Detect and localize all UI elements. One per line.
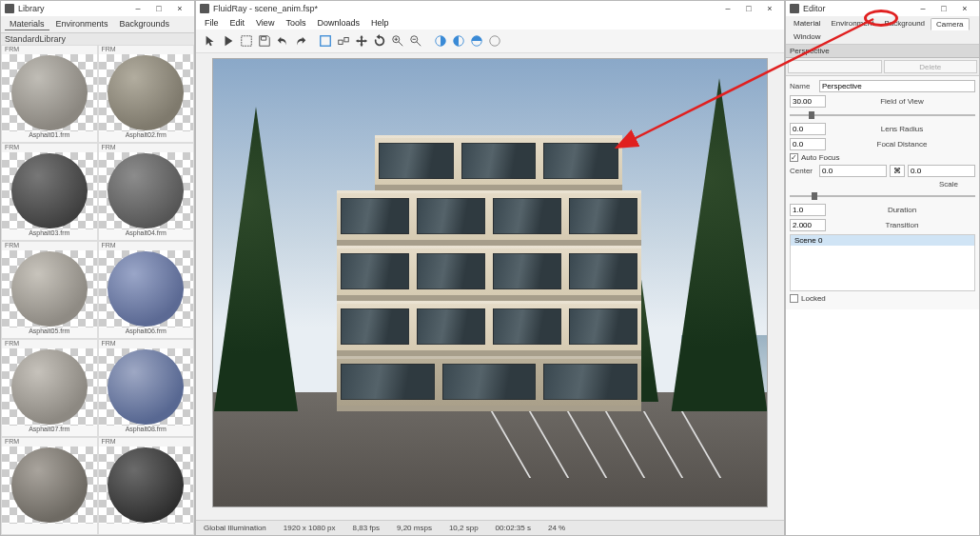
duration-value[interactable]: 1.0 bbox=[790, 204, 826, 216]
format-tag: FRM bbox=[2, 340, 97, 348]
minimize-button[interactable]: – bbox=[127, 2, 148, 15]
material-thumb[interactable]: FRMAsphalt05.frm bbox=[1, 241, 98, 339]
maximize-button[interactable]: □ bbox=[933, 2, 954, 15]
transition-value[interactable]: 2.000 bbox=[790, 219, 826, 231]
undo-icon[interactable] bbox=[274, 32, 291, 50]
snap-tool-icon[interactable] bbox=[335, 32, 352, 50]
app-logo-icon bbox=[200, 4, 209, 13]
exposure-a-icon[interactable] bbox=[432, 32, 449, 50]
editor-titlebar: Editor – □ × bbox=[786, 1, 979, 16]
material-thumb[interactable]: FRMAsphalt01.frm bbox=[1, 45, 98, 143]
material-name: Asphalt01.frm bbox=[2, 131, 97, 142]
save-icon[interactable] bbox=[256, 32, 273, 50]
frame-tool-icon[interactable] bbox=[317, 32, 334, 50]
scene-list[interactable]: Scene 0 bbox=[790, 234, 975, 291]
fov-label: Field of View bbox=[829, 97, 975, 106]
fov-slider[interactable] bbox=[790, 110, 975, 120]
zoom-in-icon[interactable] bbox=[389, 32, 406, 50]
material-thumb[interactable]: FRMAsphalt03.frm bbox=[1, 143, 98, 241]
zoom-out-icon[interactable] bbox=[407, 32, 424, 50]
material-name: Asphalt08.frm bbox=[99, 426, 194, 436]
region-tool-icon[interactable] bbox=[238, 32, 255, 50]
scene-item[interactable]: Scene 0 bbox=[791, 235, 974, 246]
maximize-button[interactable]: □ bbox=[148, 2, 169, 15]
cursor-tool-icon[interactable] bbox=[202, 32, 219, 50]
lens-radius-value[interactable]: 0.0 bbox=[790, 123, 826, 135]
material-thumb[interactable]: FRMAsphalt08.frm bbox=[98, 339, 195, 437]
name-field[interactable]: Perspective bbox=[819, 80, 975, 92]
svg-rect-1 bbox=[321, 36, 331, 47]
material-thumb[interactable]: FRM bbox=[1, 437, 98, 535]
rotate-tool-icon[interactable] bbox=[371, 32, 388, 50]
material-grid: FRMAsphalt01.frmFRMAsphalt02.frmFRMAspha… bbox=[1, 45, 194, 535]
app-logo-icon bbox=[790, 4, 799, 13]
tab-materials[interactable]: Materials bbox=[5, 18, 49, 30]
exposure-b-icon[interactable] bbox=[450, 32, 467, 50]
focal-value[interactable]: 0.0 bbox=[790, 138, 826, 150]
play-icon[interactable] bbox=[220, 32, 237, 50]
format-tag: FRM bbox=[2, 438, 97, 447]
tab-material[interactable]: Material bbox=[789, 18, 825, 30]
menu-help[interactable]: Help bbox=[366, 17, 394, 29]
main-title: FluidRay - scene_anim.fsp* bbox=[213, 4, 717, 13]
tab-environments[interactable]: Environments bbox=[51, 18, 113, 30]
section-perspective[interactable]: Perspective bbox=[786, 45, 979, 58]
svg-rect-3 bbox=[344, 38, 348, 42]
center-label: Center bbox=[790, 167, 816, 175]
material-thumb[interactable]: FRMAsphalt04.frm bbox=[98, 143, 195, 241]
material-thumb[interactable]: FRMAsphalt02.frm bbox=[98, 45, 195, 143]
material-thumb[interactable]: FRMAsphalt07.frm bbox=[1, 339, 98, 437]
material-thumb[interactable]: FRMAsphalt06.frm bbox=[98, 241, 195, 339]
exposure-none-icon[interactable] bbox=[486, 32, 503, 50]
menu-tools[interactable]: Tools bbox=[281, 17, 310, 29]
menu-view[interactable]: View bbox=[251, 17, 279, 29]
svg-rect-0 bbox=[242, 36, 252, 47]
tab-background[interactable]: Background bbox=[879, 18, 930, 30]
center-value[interactable]: 0.0 bbox=[819, 165, 887, 177]
move-tool-icon[interactable] bbox=[353, 32, 370, 50]
editor-tabs: Material Environment Background Camera W… bbox=[786, 16, 979, 45]
close-button[interactable]: × bbox=[169, 2, 190, 15]
center-slider[interactable] bbox=[790, 191, 975, 201]
main-window: FluidRay - scene_anim.fsp* – □ × File Ed… bbox=[195, 0, 785, 536]
exposure-c-icon[interactable] bbox=[468, 32, 485, 50]
status-fps: 8,83 fps bbox=[353, 524, 380, 532]
scale-value[interactable]: 0.0 bbox=[908, 165, 975, 177]
minimize-button[interactable]: – bbox=[912, 2, 933, 15]
fov-value[interactable]: 30.00 bbox=[790, 95, 826, 108]
minimize-button[interactable]: – bbox=[717, 2, 738, 15]
close-button[interactable]: × bbox=[954, 2, 975, 15]
render-viewport[interactable] bbox=[213, 59, 767, 506]
duration-label: Duration bbox=[829, 206, 975, 214]
tab-environment[interactable]: Environment bbox=[826, 18, 878, 30]
new-button[interactable] bbox=[788, 60, 882, 73]
svg-rect-2 bbox=[339, 40, 343, 44]
tab-camera[interactable]: Camera bbox=[931, 18, 969, 30]
autofocus-label: Auto Focus bbox=[801, 153, 839, 162]
library-group[interactable]: StandardLibrary bbox=[1, 33, 194, 45]
format-tag: FRM bbox=[99, 438, 194, 447]
autofocus-checkbox[interactable]: ✓ Auto Focus bbox=[790, 153, 975, 162]
tab-backgrounds[interactable]: Backgrounds bbox=[115, 18, 175, 30]
menu-file[interactable]: File bbox=[200, 17, 224, 29]
material-name bbox=[2, 524, 97, 534]
menu-downloads[interactable]: Downloads bbox=[312, 17, 364, 29]
menu-edit[interactable]: Edit bbox=[225, 17, 250, 29]
material-name: Asphalt05.frm bbox=[2, 328, 97, 338]
format-tag: FRM bbox=[99, 144, 194, 152]
delete-button[interactable]: Delete bbox=[884, 60, 978, 73]
main-toolbar bbox=[196, 30, 784, 53]
format-tag: FRM bbox=[99, 340, 194, 348]
scale-lock-icon[interactable]: ⌘ bbox=[890, 165, 905, 177]
material-thumb[interactable]: FRM bbox=[98, 437, 195, 535]
maximize-button[interactable]: □ bbox=[738, 2, 759, 15]
library-titlebar: Library – □ × bbox=[1, 1, 194, 16]
status-msps: 9,20 msps bbox=[397, 524, 432, 532]
locked-checkbox[interactable]: Locked bbox=[790, 294, 975, 303]
format-tag: FRM bbox=[2, 144, 97, 152]
redo-icon[interactable] bbox=[292, 32, 309, 50]
close-button[interactable]: × bbox=[759, 2, 780, 15]
viewport-wrap bbox=[196, 53, 784, 520]
format-tag: FRM bbox=[99, 46, 194, 54]
tab-window[interactable]: Window bbox=[789, 31, 825, 42]
